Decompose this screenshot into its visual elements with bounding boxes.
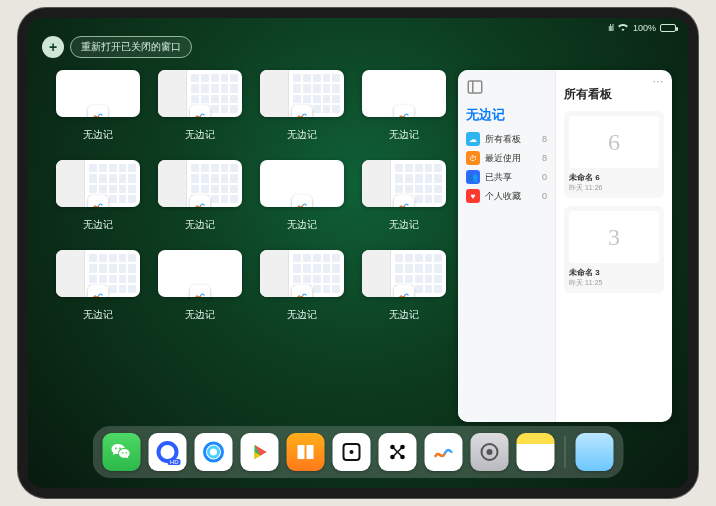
window-label: 无边记: [287, 308, 317, 322]
category-count: 8: [542, 134, 547, 144]
stage-manager-area: 无边记无边记无边记无边记无边记无边记无边记无边记无边记无边记无边记无边记 无边记…: [56, 70, 672, 422]
heart-icon: ♥: [466, 189, 480, 203]
freeform-app-icon: [394, 195, 414, 207]
clock-icon: ⏱: [466, 151, 480, 165]
sidebar-category-item[interactable]: ☁所有看板8: [466, 132, 547, 146]
freeform-main-window[interactable]: 无边记 ☁所有看板8⏱最近使用8👥已共享0♥个人收藏0 ··· 所有看板 6未命…: [458, 70, 672, 422]
window-label: 无边记: [389, 308, 419, 322]
top-controls: + 重新打开已关闭的窗口: [42, 36, 192, 58]
freeform-app-icon: [190, 285, 210, 297]
board-thumbnail: 6: [569, 116, 659, 168]
window-label: 无边记: [389, 218, 419, 232]
dock-app-random[interactable]: [333, 433, 371, 471]
board-card[interactable]: 3未命名 3昨天 11:25: [564, 206, 664, 293]
ipad-frame: ılıl 100% + 重新打开已关闭的窗口 无边记无边记无边记无边记无边记无边…: [18, 8, 698, 498]
window-thumb[interactable]: 无边记: [56, 70, 140, 142]
category-count: 0: [542, 172, 547, 182]
window-grid: 无边记无边记无边记无边记无边记无边记无边记无边记无边记无边记无边记无边记: [56, 70, 446, 422]
freeform-app-icon: [88, 105, 108, 117]
window-label: 无边记: [287, 128, 317, 142]
battery-icon: [660, 24, 676, 32]
window-thumb[interactable]: 无边记: [158, 70, 242, 142]
freeform-sidebar: 无边记 ☁所有看板8⏱最近使用8👥已共享0♥个人收藏0: [458, 70, 556, 422]
category-label: 个人收藏: [485, 190, 521, 203]
board-date: 昨天 11:26: [569, 183, 659, 193]
reopen-closed-window-button[interactable]: 重新打开已关闭的窗口: [70, 36, 192, 58]
battery-pct: 100%: [633, 23, 656, 33]
freeform-app-icon: [394, 285, 414, 297]
dock-app-wechat[interactable]: [103, 433, 141, 471]
category-label: 已共享: [485, 171, 512, 184]
window-thumb[interactable]: 无边记: [158, 160, 242, 232]
dock-app-notes[interactable]: [517, 433, 555, 471]
window-preview[interactable]: [56, 160, 140, 207]
status-bar: ılıl 100%: [608, 22, 676, 34]
window-preview[interactable]: [260, 250, 344, 297]
window-label: 无边记: [83, 128, 113, 142]
dock-separator: [565, 436, 566, 468]
svg-point-5: [350, 450, 354, 454]
window-thumb[interactable]: 无边记: [260, 250, 344, 322]
ipad-screen: ılıl 100% + 重新打开已关闭的窗口 无边记无边记无边记无边记无边记无边…: [28, 18, 688, 488]
window-thumb[interactable]: 无边记: [362, 70, 446, 142]
more-options-button[interactable]: ···: [653, 76, 664, 87]
category-count: 8: [542, 153, 547, 163]
window-preview[interactable]: [56, 70, 140, 117]
dock-app-settings[interactable]: [471, 433, 509, 471]
sidebar-category-item[interactable]: ⏱最近使用8: [466, 151, 547, 165]
freeform-app-icon: [88, 195, 108, 207]
sidebar-category-item[interactable]: ♥个人收藏0: [466, 189, 547, 203]
window-thumb[interactable]: 无边记: [56, 250, 140, 322]
category-label: 所有看板: [485, 133, 521, 146]
window-preview[interactable]: [260, 70, 344, 117]
freeform-app-icon: [292, 285, 312, 297]
svg-rect-0: [468, 81, 482, 93]
window-thumb[interactable]: 无边记: [56, 160, 140, 232]
dock-recent-apps-folder[interactable]: [576, 433, 614, 471]
window-preview[interactable]: [158, 70, 242, 117]
window-thumb[interactable]: 无边记: [362, 250, 446, 322]
board-name: 未命名 3: [569, 267, 659, 278]
window-label: 无边记: [185, 308, 215, 322]
dock-app-connect[interactable]: [379, 433, 417, 471]
window-preview[interactable]: [158, 250, 242, 297]
board-thumbnail: 3: [569, 211, 659, 263]
window-preview[interactable]: [362, 250, 446, 297]
window-thumb[interactable]: 无边记: [260, 160, 344, 232]
freeform-main-pane: ··· 所有看板 6未命名 6昨天 11:263未命名 3昨天 11:25: [556, 70, 672, 422]
category-count: 0: [542, 191, 547, 201]
add-window-button[interactable]: +: [42, 36, 64, 58]
dock-app-books[interactable]: [287, 433, 325, 471]
board-card[interactable]: 6未命名 6昨天 11:26: [564, 111, 664, 198]
svg-point-11: [487, 449, 493, 455]
window-preview[interactable]: [56, 250, 140, 297]
window-preview[interactable]: [362, 160, 446, 207]
signal-icon: ılıl: [608, 23, 613, 33]
window-thumb[interactable]: 无边记: [260, 70, 344, 142]
board-date: 昨天 11:25: [569, 278, 659, 288]
window-label: 无边记: [287, 218, 317, 232]
dock-app-qqbrowser[interactable]: [195, 433, 233, 471]
window-preview[interactable]: [260, 160, 344, 207]
window-label: 无边记: [83, 308, 113, 322]
sidebar-category-list: ☁所有看板8⏱最近使用8👥已共享0♥个人收藏0: [466, 132, 547, 203]
dock-app-youku-hd[interactable]: [149, 433, 187, 471]
category-label: 最近使用: [485, 152, 521, 165]
window-preview[interactable]: [362, 70, 446, 117]
window-label: 无边记: [185, 128, 215, 142]
main-pane-title: 所有看板: [564, 86, 664, 103]
window-preview[interactable]: [158, 160, 242, 207]
sidebar-title: 无边记: [466, 106, 547, 124]
window-label: 无边记: [185, 218, 215, 232]
dock-app-iqiyi[interactable]: [241, 433, 279, 471]
sidebar-category-item[interactable]: 👥已共享0: [466, 170, 547, 184]
sidebar-toggle-icon[interactable]: [466, 78, 484, 96]
window-thumb[interactable]: 无边记: [362, 160, 446, 232]
window-thumb[interactable]: 无边记: [158, 250, 242, 322]
freeform-app-icon: [394, 105, 414, 117]
dock-app-freeform[interactable]: [425, 433, 463, 471]
window-label: 无边记: [389, 128, 419, 142]
freeform-app-icon: [190, 195, 210, 207]
freeform-app-icon: [190, 105, 210, 117]
wifi-icon: [617, 22, 629, 34]
